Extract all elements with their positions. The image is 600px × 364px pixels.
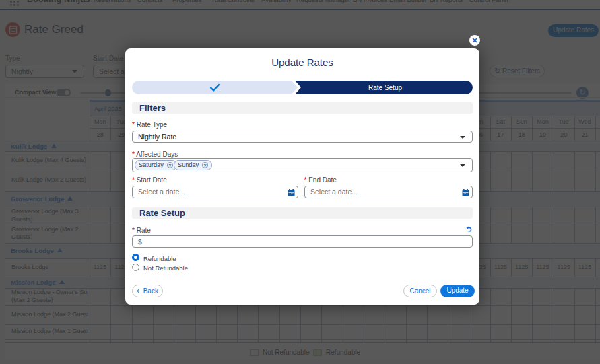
svg-text:Rate Setup: Rate Setup <box>368 83 402 91</box>
